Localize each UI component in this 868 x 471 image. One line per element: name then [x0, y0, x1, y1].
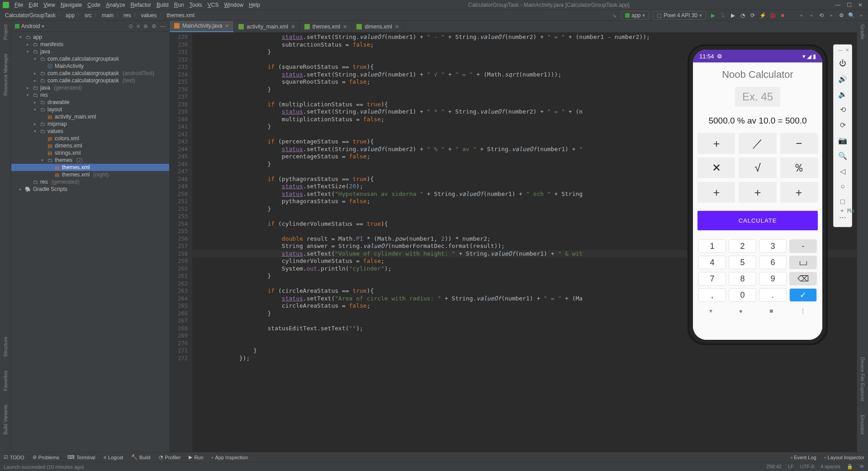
tree-node[interactable]: ▸🗀com.calle.calculatorgrouptask(androidT… [11, 70, 169, 77]
menu-edit[interactable]: Edit [26, 1, 41, 9]
tree-node[interactable]: ⒸMainActivity [11, 62, 169, 70]
tree-node[interactable]: ▸🗀mipmap [11, 120, 169, 128]
breadcrumb-item[interactable]: CalculatorGroupTask [4, 12, 57, 19]
menu-build[interactable]: Build [154, 1, 171, 9]
tree-node[interactable]: ▸🗀manifests [11, 41, 169, 48]
sync-icon[interactable]: ⟲ [818, 12, 825, 19]
minimize-icon[interactable]: — [835, 2, 840, 8]
op-button[interactable]: ✕ [697, 157, 735, 178]
keypad-key[interactable]: 4 [698, 256, 726, 269]
tree-node[interactable]: ▸🗀drawable [11, 99, 169, 106]
keypad-key[interactable]: ⌫ [789, 272, 817, 285]
nav-home-icon[interactable]: ● [739, 307, 743, 314]
tree-node[interactable]: ▤dimens.xml [11, 142, 169, 149]
emu-power-icon[interactable]: ⏻ [834, 57, 852, 70]
calculate-button[interactable]: CALCULATE [697, 211, 818, 230]
inspect-icon[interactable]: 👁 [859, 464, 864, 470]
close-tab-icon[interactable]: ✕ [343, 24, 347, 30]
tree-node[interactable]: ▸🗀java(generated) [11, 84, 169, 91]
stop-icon[interactable]: ■ [779, 12, 786, 19]
run-config-app[interactable]: app ▾ [621, 11, 649, 20]
bottom-tool-app-inspection[interactable]: ▫ App Inspection [212, 454, 248, 460]
tree-node[interactable]: ▾🗀java [11, 48, 169, 55]
tool-structure[interactable]: Structure [3, 337, 8, 357]
emu-volume-down-icon[interactable]: 🔉 [834, 87, 852, 101]
keypad-key[interactable]: 9 [759, 272, 787, 285]
breadcrumb-item[interactable]: themes.xml [165, 12, 195, 19]
tree-node[interactable]: ▸🗀com.calle.calculatorgrouptask(test) [11, 77, 169, 84]
tool-build-variants[interactable]: Build Variants [3, 404, 8, 435]
expand-icon[interactable]: ▫ [858, 12, 864, 19]
menu-view[interactable]: View [41, 1, 58, 9]
apply-icon[interactable]: ⚡ [759, 12, 766, 19]
menu-vcs[interactable]: VCS [205, 1, 222, 9]
lock-icon[interactable]: 🔒 [847, 464, 853, 470]
bottom-tool-profiler[interactable]: ◔ Profiler [159, 454, 181, 460]
tree-node[interactable]: ▤colors.xml [11, 135, 169, 142]
menu-help[interactable]: Help [246, 1, 263, 9]
indent[interactable]: 4 spaces [821, 464, 840, 470]
emu-minimize-icon[interactable]: — [838, 48, 843, 55]
tree-node[interactable]: ▾🗀app [11, 33, 169, 41]
emu-volume-up-icon[interactable]: 🔊 [834, 72, 852, 86]
op-button[interactable]: − [780, 133, 818, 154]
device-icon[interactable]: ▫ [828, 12, 835, 19]
emu-zoom-icon[interactable]: 🔍 [834, 149, 852, 162]
bottom-tool-logcat[interactable]: ≡ Logcat [104, 454, 123, 460]
bottom-tool-run[interactable]: ▶ Run [189, 454, 203, 460]
editor-tab[interactable]: activity_main.xml✕ [234, 21, 299, 32]
gear-icon[interactable]: ⚙ [152, 23, 157, 29]
tool-project[interactable]: Project [3, 24, 8, 40]
emu-back-icon[interactable]: ◁ [834, 164, 852, 178]
caret-position[interactable]: 258:42 [766, 464, 782, 470]
keypad-key[interactable]: 3 [759, 239, 787, 253]
menu-window[interactable]: Window [221, 1, 246, 9]
op-button[interactable]: √ [739, 157, 776, 178]
tree-node[interactable]: ▾🗀themes(2) [11, 157, 169, 164]
nav-back-icon[interactable]: ▾ [709, 307, 712, 314]
menu-refactor[interactable]: Refactor [128, 1, 154, 9]
close-tab-icon[interactable]: ✕ [395, 24, 399, 30]
emu-rotate-right-icon[interactable]: ⟳ [834, 118, 852, 132]
keypad-key[interactable]: . [759, 288, 787, 302]
bottom-tool-layout-inspector[interactable]: ▫ Layout Inspector [825, 455, 864, 460]
op-button[interactable]: ＋ [739, 182, 776, 203]
collapse-icon[interactable]: ≡ [137, 23, 140, 29]
settings-icon[interactable]: ⚙ [838, 12, 844, 19]
tree-node[interactable]: ▤themes.xml(night) [11, 171, 169, 178]
tree-node[interactable]: 🗀res(generated) [11, 178, 169, 186]
close-tab-icon[interactable]: ✕ [225, 23, 229, 29]
menu-code[interactable]: Code [85, 1, 103, 9]
emulator-phone[interactable]: 11:54 ⚙ ▾ ◢ ▮ Noob Calculator Ex. 45 500… [688, 44, 828, 345]
run-icon[interactable]: ▶ [710, 12, 716, 19]
hammer-icon[interactable]: ↘ [611, 12, 617, 19]
breadcrumb-item[interactable]: res [122, 12, 133, 19]
editor-tab[interactable]: themes.xml✕ [300, 21, 352, 32]
project-tree[interactable]: ▾🗀app▸🗀manifests▾🗀java▾🗀com.calle.calcul… [11, 32, 169, 452]
search-icon[interactable]: 🔍 [848, 12, 854, 19]
bottom-tool-problems[interactable]: ⊘ Problems [33, 454, 59, 460]
breadcrumb-item[interactable]: main [100, 12, 115, 19]
bug-icon[interactable]: 🐞 [769, 12, 776, 19]
keypad-key[interactable]: 1 [698, 239, 726, 253]
nav-more-icon[interactable]: ⋮ [800, 307, 806, 314]
tree-node[interactable]: ▾🗀layout [11, 106, 169, 113]
tree-node[interactable]: ▾🗀values [11, 128, 169, 135]
breadcrumb-item[interactable]: values [140, 12, 158, 19]
menu-navigate[interactable]: Navigate [58, 1, 85, 9]
keypad-key[interactable]: ✓ [789, 288, 817, 302]
editor-tab[interactable]: dimens.xml✕ [352, 21, 404, 32]
keypad-key[interactable]: 6 [759, 256, 787, 269]
close-tab-icon[interactable]: ✕ [291, 24, 295, 30]
tool-emulator[interactable]: Emulator [860, 415, 865, 435]
keypad-key[interactable]: 5 [729, 256, 756, 269]
profile-icon[interactable]: ◔ [740, 12, 746, 19]
keypad-key[interactable]: 7 [698, 272, 726, 285]
keypad-key[interactable]: 0 [729, 288, 756, 302]
project-view-dropdown[interactable]: Android ▾ [15, 23, 44, 29]
emu-screenshot-icon[interactable]: 📷 [834, 133, 852, 147]
emu-close-icon[interactable]: ✕ [845, 48, 849, 55]
op-button[interactable]: ／ [739, 133, 776, 154]
breadcrumb-item[interactable]: app [64, 12, 76, 19]
op-button[interactable]: ＋ [697, 133, 735, 154]
